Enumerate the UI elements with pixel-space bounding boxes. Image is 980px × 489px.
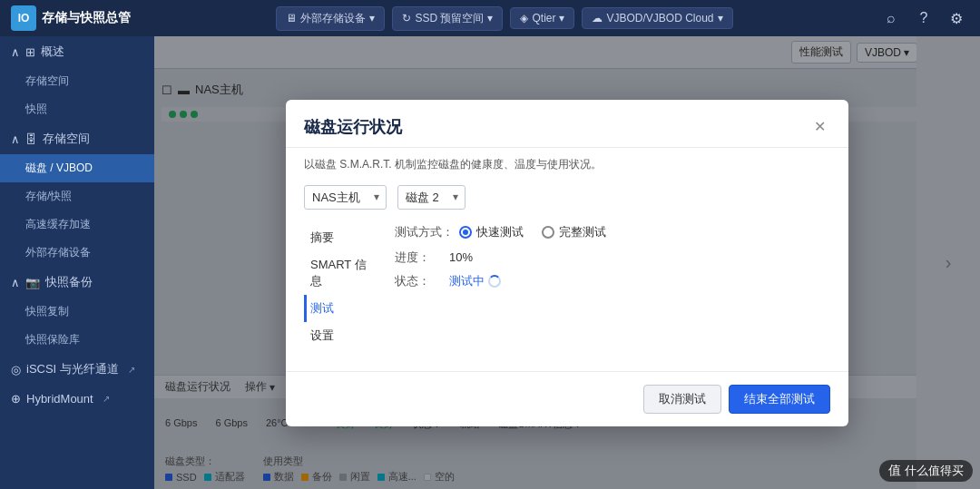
topbar-center: 🖥 外部存储设备 ▾ ↻ SSD 预留空间 ▾ ◈ Qtier ▾ ☁ VJBO… — [138, 6, 871, 31]
hybrid-icon: ⊕ — [11, 392, 21, 406]
host-select[interactable]: NAS主机 — [304, 185, 387, 210]
topbar-right: ⌕ ? ⚙ — [878, 5, 969, 31]
search-icon: ⌕ — [887, 10, 896, 26]
progress-row: 进度： 10% — [395, 249, 830, 266]
topbar: IO 存储与快照总管 🖥 外部存储设备 ▾ ↻ SSD 预留空间 ▾ ◈ Qti… — [0, 0, 980, 36]
hybrid-external-icon: ↗ — [103, 394, 110, 404]
iscsi-external-icon: ↗ — [128, 365, 135, 375]
iscsi-icon: ◎ — [11, 363, 21, 377]
dialog-footer: 取消测试 结束全部测试 — [286, 371, 848, 426]
loading-spinner — [488, 275, 501, 288]
test-method-label: 测试方式： — [395, 224, 454, 240]
hdd-icon: 🖥 — [286, 12, 297, 24]
watermark-icon: 值 — [888, 463, 901, 479]
radio-quick-circle — [459, 226, 472, 239]
ssd-icon: ↻ — [402, 12, 411, 24]
radio-full-circle — [542, 226, 554, 239]
radio-quick[interactable]: 快速测试 — [459, 224, 524, 240]
app-title: 存储与快照总管 — [42, 10, 131, 26]
status-field-label: 状态： — [395, 273, 449, 289]
nav-summary[interactable]: 摘要 — [304, 224, 377, 251]
chevron-up-icon: ∧ — [11, 45, 20, 59]
storage-icon: 🗄 — [25, 132, 37, 146]
progress-value: 10% — [449, 250, 473, 264]
chevron-down-icon: ▾ — [559, 12, 564, 24]
watermark-text: 什么值得买 — [905, 463, 964, 479]
sidebar: ∧ ⊞ 概述 存储空间 快照 ∧ 🗄 存储空间 磁盘 / VJBOD 存储/快照… — [0, 36, 154, 489]
nav-test[interactable]: 测试 — [304, 295, 377, 322]
radio-group: 快速测试 完整测试 — [459, 224, 606, 240]
disk-select[interactable]: 磁盘 2 — [397, 185, 466, 210]
modal-overlay: 磁盘运行状况 ✕ 以磁盘 S.M.A.R.T. 机制监控磁盘的健康度、温度与使用… — [154, 36, 980, 489]
sidebar-section-storage[interactable]: ∧ 🗄 存储空间 — [0, 123, 154, 154]
sidebar-item-hybridmount[interactable]: ⊕ HybridMount ↗ — [0, 385, 154, 413]
dialog-subtitle: 以磁盘 S.M.A.R.T. 机制监控磁盘的健康度、温度与使用状况。 — [286, 148, 848, 181]
overview-icon: ⊞ — [25, 45, 35, 59]
dialog-right-content: 测试方式： 快速测试 完整测试 — [395, 219, 830, 371]
sidebar-item-external[interactable]: 外部存储设备 — [0, 239, 154, 267]
sidebar-section-overview[interactable]: ∧ ⊞ 概述 — [0, 36, 154, 67]
qtier-icon: ◈ — [520, 12, 528, 24]
chevron-down-icon: ▾ — [487, 12, 493, 24]
chevron-down-icon: ▾ — [718, 12, 723, 24]
dialog-title: 磁盘运行状况 — [304, 116, 402, 138]
external-storage-btn[interactable]: 🖥 外部存储设备 ▾ — [276, 6, 385, 31]
disk-select-wrapper: 磁盘 2 — [397, 185, 466, 210]
watermark: 值 什么值得买 — [879, 460, 973, 482]
gear-icon: ⚙ — [950, 10, 963, 27]
content-area: 性能测试 VJBOD ▾ 还原 ▾ ☐ ▬ NAS主机 — [154, 36, 980, 489]
dialog-body: 摘要 SMART 信息 测试 设置 测试方式： — [286, 219, 848, 371]
ssd-reserve-btn[interactable]: ↻ SSD 预留空间 ▾ — [392, 6, 503, 31]
end-all-tests-btn[interactable]: 结束全部测试 — [729, 385, 830, 414]
sidebar-item-iscsi[interactable]: ◎ iSCSI 与光纤通道 ↗ — [0, 354, 154, 385]
disk-health-dialog: 磁盘运行状况 ✕ 以磁盘 S.M.A.R.T. 机制监控磁盘的健康度、温度与使用… — [286, 100, 848, 426]
vjbod-cloud-btn[interactable]: ☁ VJBOD/VJBOD Cloud ▾ — [582, 7, 732, 29]
sidebar-item-storage-snapshot[interactable]: 存储/快照 — [0, 182, 154, 210]
test-method-row: 测试方式： 快速测试 完整测试 — [395, 224, 830, 240]
sidebar-item-snapshot-vault[interactable]: 快照保险库 — [0, 326, 154, 354]
main-layout: ∧ ⊞ 概述 存储空间 快照 ∧ 🗄 存储空间 磁盘 / VJBOD 存储/快照… — [0, 36, 980, 489]
progress-label: 进度： — [395, 249, 449, 266]
qtier-btn[interactable]: ◈ Qtier ▾ — [510, 7, 574, 29]
dialog-selects: NAS主机 磁盘 2 — [286, 181, 848, 219]
dialog-close-btn[interactable]: ✕ — [808, 116, 830, 138]
chevron-up-icon3: ∧ — [11, 276, 20, 289]
search-btn[interactable]: ⌕ — [878, 5, 904, 31]
help-icon: ? — [920, 10, 928, 26]
sidebar-item-cache[interactable]: 高速缓存加速 — [0, 210, 154, 239]
host-select-wrapper: NAS主机 — [304, 185, 387, 210]
app-logo: IO 存储与快照总管 — [11, 5, 131, 31]
nav-smart[interactable]: SMART 信息 — [304, 251, 377, 295]
status-row: 状态： 测试中 — [395, 273, 830, 289]
sidebar-item-snapshot-copy[interactable]: 快照复制 — [0, 298, 154, 326]
dialog-header: 磁盘运行状况 ✕ — [286, 100, 848, 148]
radio-full[interactable]: 完整测试 — [542, 224, 606, 240]
sidebar-item-disk-vjbod[interactable]: 磁盘 / VJBOD — [0, 154, 154, 182]
nav-settings[interactable]: 设置 — [304, 322, 377, 349]
cloud-icon: ☁ — [592, 12, 603, 24]
sidebar-item-snapshot-overview[interactable]: 快照 — [0, 95, 154, 123]
settings-btn[interactable]: ⚙ — [944, 5, 969, 31]
backup-icon: 📷 — [25, 276, 40, 289]
cancel-test-btn[interactable]: 取消测试 — [643, 385, 721, 414]
help-btn[interactable]: ? — [911, 5, 936, 31]
dialog-left-nav: 摘要 SMART 信息 测试 设置 — [304, 219, 377, 371]
sidebar-section-backup[interactable]: ∧ 📷 快照备份 — [0, 267, 154, 298]
sidebar-item-storage-space[interactable]: 存储空间 — [0, 67, 154, 95]
chevron-up-icon2: ∧ — [11, 132, 20, 146]
logo-icon: IO — [11, 5, 36, 31]
chevron-down-icon: ▾ — [369, 12, 375, 24]
status-field-value: 测试中 — [449, 273, 501, 289]
